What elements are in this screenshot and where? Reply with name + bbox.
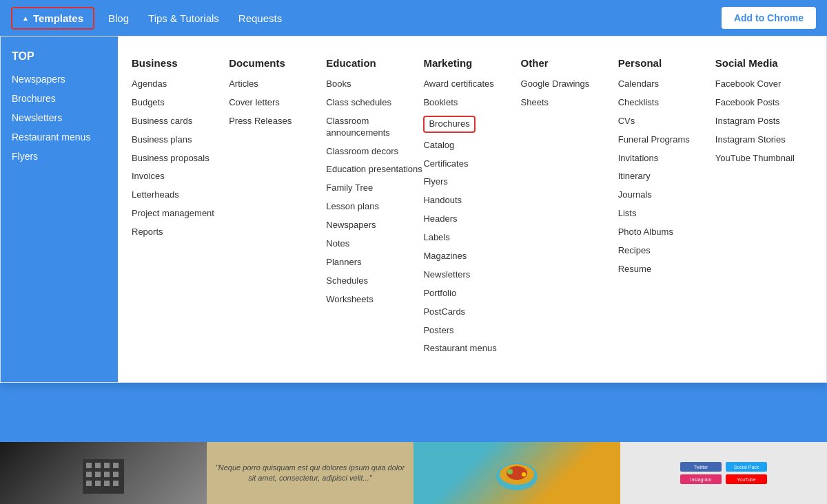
link-project-management[interactable]: Project management xyxy=(132,208,229,220)
link-resume[interactable]: Resume xyxy=(618,264,715,275)
social-fb-label: Twitter xyxy=(680,462,722,472)
link-journals[interactable]: Journals xyxy=(618,189,715,201)
link-cover-letters[interactable]: Cover letters xyxy=(229,97,326,109)
link-brochures[interactable]: Brochures xyxy=(423,116,520,133)
link-business-plans[interactable]: Business plans xyxy=(132,134,229,146)
requests-link[interactable]: Requests xyxy=(238,12,282,24)
link-certificates[interactable]: Certificates xyxy=(423,158,520,170)
link-cvs[interactable]: CVs xyxy=(618,116,715,127)
col-education: Education Books Class schedules Classroo… xyxy=(326,57,423,361)
link-google-drawings[interactable]: Google Drawings xyxy=(521,78,618,90)
link-instagram-stories[interactable]: Instagram Stories xyxy=(715,134,813,146)
link-newsletters[interactable]: Newsletters xyxy=(423,269,520,281)
link-worksheets[interactable]: Worksheets xyxy=(326,294,423,306)
link-edu-newspapers[interactable]: Newspapers xyxy=(326,220,423,231)
link-catalog[interactable]: Catalog xyxy=(423,140,520,151)
col-personal-header: Personal xyxy=(618,57,715,69)
sidebar-item-flyers[interactable]: Flyers xyxy=(12,151,107,162)
link-restaurant-menus[interactable]: Restaurant menus xyxy=(423,343,520,355)
link-planners[interactable]: Planners xyxy=(326,257,423,269)
link-invitations[interactable]: Invitations xyxy=(618,153,715,165)
link-invoices[interactable]: Invoices xyxy=(132,171,229,182)
link-lesson-plans[interactable]: Lesson plans xyxy=(326,201,423,213)
link-flyers[interactable]: Flyers xyxy=(423,176,520,188)
link-lists[interactable]: Lists xyxy=(618,208,715,220)
link-postcards[interactable]: PostCards xyxy=(423,306,520,318)
link-family-tree[interactable]: Family Tree xyxy=(326,182,423,194)
link-business-cards[interactable]: Business cards xyxy=(132,116,229,127)
link-articles[interactable]: Articles xyxy=(229,78,326,90)
link-notes[interactable]: Notes xyxy=(326,238,423,250)
svg-rect-10 xyxy=(95,481,101,486)
page-wrapper: ▲ Templates Blog Tips & Tutorials Reques… xyxy=(0,0,827,504)
link-education-presentations[interactable]: Education presentations xyxy=(326,164,423,176)
col-documents: Documents Articles Cover letters Press R… xyxy=(229,57,326,361)
link-facebook-cover[interactable]: Facebook Cover xyxy=(715,78,813,90)
link-budgets[interactable]: Budgets xyxy=(132,97,229,109)
link-facebook-posts[interactable]: Facebook Posts xyxy=(715,97,813,109)
social-ig-label: Instagram xyxy=(680,474,722,484)
svg-rect-5 xyxy=(86,472,92,477)
link-business-proposals[interactable]: Business proposals xyxy=(132,153,229,165)
link-itinerary[interactable]: Itinerary xyxy=(618,171,715,182)
link-labels[interactable]: Labels xyxy=(423,232,520,244)
link-reports[interactable]: Reports xyxy=(132,227,229,238)
link-books[interactable]: Books xyxy=(326,78,423,90)
col-personal: Personal Calendars Checklists CVs Funera… xyxy=(618,57,715,361)
link-schedules[interactable]: Schedules xyxy=(326,275,423,287)
link-agendas[interactable]: Agendas xyxy=(132,78,229,90)
link-recipes[interactable]: Recipes xyxy=(618,245,715,257)
sidebar-item-newspapers[interactable]: Newspapers xyxy=(12,74,107,85)
link-class-schedules[interactable]: Class schedules xyxy=(326,97,423,109)
blog-link[interactable]: Blog xyxy=(108,12,129,24)
col-education-header: Education xyxy=(326,57,423,69)
sidebar-item-restaurant-menus[interactable]: Restaurant menus xyxy=(12,132,107,143)
image-strip: "Neque porro quisquam est qui dolores ip… xyxy=(0,442,827,504)
col-marketing-header: Marketing xyxy=(423,57,520,69)
link-photo-albums[interactable]: Photo Albums xyxy=(618,227,715,238)
link-funeral-programs[interactable]: Funeral Programs xyxy=(618,134,715,146)
svg-rect-12 xyxy=(113,481,119,486)
link-handouts[interactable]: Handouts xyxy=(423,195,520,207)
link-youtube-thumbnail[interactable]: YouTube Thumbnail xyxy=(715,153,813,165)
image-quote: "Neque porro quisquam est qui dolores ip… xyxy=(207,442,414,504)
svg-rect-7 xyxy=(104,472,110,477)
svg-rect-9 xyxy=(86,481,92,486)
social-tw-label: Social Pack xyxy=(726,462,767,472)
svg-rect-3 xyxy=(104,463,110,468)
templates-button[interactable]: ▲ Templates xyxy=(11,7,94,30)
social-yt-label: YouTube xyxy=(726,474,767,484)
nav-links: Blog Tips & Tutorials Requests xyxy=(108,12,282,24)
dropdown-sidebar: TOP Newspapers Brochures Newsletters Res… xyxy=(1,36,118,382)
col-business: Business Agendas Budgets Business cards … xyxy=(132,57,229,361)
building-illustration xyxy=(76,452,131,494)
image-social: Twitter Social Pack Instagram YouTube xyxy=(620,442,827,504)
svg-rect-1 xyxy=(86,463,92,468)
col-other-header: Other xyxy=(521,57,618,69)
link-letterheads[interactable]: Letterheads xyxy=(132,189,229,201)
sidebar-item-brochures[interactable]: Brochures xyxy=(12,93,107,104)
svg-rect-6 xyxy=(95,472,101,477)
arrow-up-icon: ▲ xyxy=(22,14,29,22)
link-award-certificates[interactable]: Award certificates xyxy=(423,78,520,90)
link-checklists[interactable]: Checklists xyxy=(618,97,715,109)
link-classroom-announcements[interactable]: Classroom announcements xyxy=(326,116,423,139)
sidebar-item-newsletters[interactable]: Newsletters xyxy=(12,112,107,123)
tips-link[interactable]: Tips & Tutorials xyxy=(148,12,219,24)
add-to-chrome-button[interactable]: Add to Chrome xyxy=(722,7,816,29)
svg-point-17 xyxy=(522,472,526,476)
col-business-header: Business xyxy=(132,57,229,69)
link-calendars[interactable]: Calendars xyxy=(618,78,715,90)
link-posters[interactable]: Posters xyxy=(423,325,520,337)
col-social-media-header: Social Media xyxy=(715,57,813,69)
svg-rect-8 xyxy=(113,472,119,477)
link-portfolio[interactable]: Portfolio xyxy=(423,288,520,300)
link-press-releases[interactable]: Press Releases xyxy=(229,116,326,127)
link-headers[interactable]: Headers xyxy=(423,213,520,225)
link-sheets[interactable]: Sheets xyxy=(521,97,618,109)
link-instagram-posts[interactable]: Instagram Posts xyxy=(715,116,813,127)
navbar: ▲ Templates Blog Tips & Tutorials Reques… xyxy=(0,0,827,36)
link-classroom-decors[interactable]: Classroom decors xyxy=(326,146,423,158)
link-magazines[interactable]: Magazines xyxy=(423,251,520,262)
link-booklets[interactable]: Booklets xyxy=(423,97,520,109)
